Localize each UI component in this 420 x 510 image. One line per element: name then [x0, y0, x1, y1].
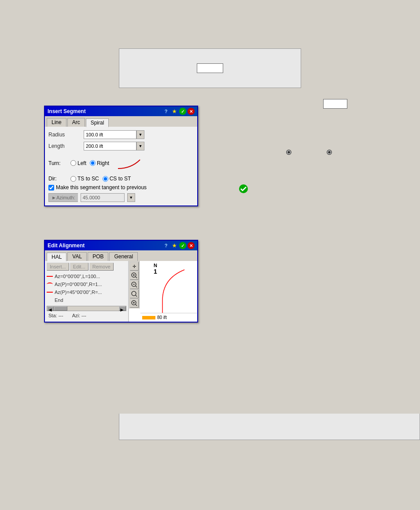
- edit-help-icon[interactable]: ?: [162, 242, 169, 249]
- titlebar-icons: ? ★ ✓ ✕: [162, 108, 195, 115]
- list-item-0[interactable]: Az=0°00'00",L=100...: [47, 272, 126, 280]
- turn-left-option[interactable]: Left: [70, 160, 86, 166]
- help-icon[interactable]: ?: [162, 108, 169, 115]
- bottom-panel: [119, 414, 420, 440]
- turn-left-label: Left: [77, 160, 86, 166]
- list-item-text-3: End: [55, 296, 63, 304]
- ts-to-sc-radio[interactable]: [70, 176, 76, 182]
- dir-options: TS to SC CS to ST: [70, 176, 131, 182]
- insert-segment-title: Insert Segment: [48, 108, 86, 114]
- make-tangent-label: Make this segment tangent to previous: [56, 184, 147, 191]
- length-input-group: ▼: [84, 142, 144, 150]
- edit-list: Az=0°00'00",L=100... Az(P)=0°00'00",R=1.…: [47, 272, 126, 304]
- length-label: Length: [48, 143, 84, 149]
- zoom-fit-btn[interactable]: [130, 290, 139, 298]
- scroll-left-btn[interactable]: ◄: [47, 306, 54, 311]
- legend-bar: [142, 316, 155, 319]
- length-row: Length ▼: [48, 142, 194, 150]
- radio-option-2[interactable]: [327, 150, 332, 155]
- azimuth-input[interactable]: [81, 193, 125, 202]
- list-item-1[interactable]: Az(P)=0°00'00",R=1...: [47, 280, 126, 288]
- cs-to-st-radio[interactable]: [103, 176, 108, 182]
- tab-arc[interactable]: Arc: [67, 118, 85, 127]
- list-item-text-2: Az(P)=45°00'00",R=...: [55, 288, 102, 296]
- turn-left-radio[interactable]: [70, 160, 76, 166]
- azimuth-dropdown-btn[interactable]: ▼: [127, 193, 135, 202]
- radius-input[interactable]: [84, 130, 136, 139]
- cs-to-st-label: CS to ST: [110, 176, 131, 182]
- turn-row: Turn: Left Right: [48, 153, 194, 173]
- turn-right-option[interactable]: Right: [90, 160, 109, 166]
- edit-scrollbar[interactable]: ◄ ►: [47, 306, 126, 311]
- insert-btn[interactable]: Insert...: [47, 263, 69, 271]
- tab-general[interactable]: General: [109, 252, 138, 261]
- favorites-icon[interactable]: ★: [171, 108, 178, 115]
- scroll-right-btn[interactable]: ►: [119, 306, 126, 311]
- insert-segment-body: Radius ▼ Length ▼ Turn: Left: [45, 127, 197, 205]
- dir-row: Dir: TS to SC CS to ST: [48, 176, 194, 182]
- radio-circle-1[interactable]: [286, 150, 291, 155]
- pan-tool-btn[interactable]: ✛: [130, 262, 139, 271]
- line-icon-0: [47, 276, 53, 277]
- svg-line-9: [136, 295, 137, 297]
- azimuth-label-btn[interactable]: ► Azimuth:: [48, 193, 78, 202]
- right-small-box[interactable]: [323, 99, 347, 109]
- map-legend: 80 ift: [140, 313, 197, 322]
- ok-icon[interactable]: ✓: [179, 108, 186, 115]
- turn-options: Left Right: [70, 160, 109, 166]
- top-panel-input-box[interactable]: [197, 63, 223, 73]
- tab-pob[interactable]: POB: [88, 252, 108, 261]
- make-tangent-checkbox[interactable]: [48, 185, 54, 191]
- tab-val[interactable]: VAL: [67, 252, 87, 261]
- line-icon-2: [47, 292, 53, 293]
- edit-favorites-icon[interactable]: ★: [171, 242, 178, 249]
- zoom-in-btn[interactable]: [130, 271, 139, 280]
- list-item-text-0: Az=0°00'00",L=100...: [55, 272, 100, 280]
- radio-circle-2[interactable]: [327, 150, 332, 155]
- edit-action-buttons: Insert... Edit... Remove: [47, 263, 126, 271]
- tab-spiral[interactable]: Spiral: [86, 118, 109, 127]
- radius-label: Radius: [48, 132, 84, 138]
- zoom-out-btn[interactable]: [130, 280, 139, 289]
- close-icon[interactable]: ✕: [188, 108, 195, 115]
- insert-segment-titlebar: Insert Segment ? ★ ✓ ✕: [45, 106, 197, 116]
- curve-preview: [114, 153, 144, 173]
- edit-left-panel: Insert... Edit... Remove Az=0°00'00",L=1…: [45, 261, 129, 322]
- right-radio-group: [286, 150, 332, 155]
- length-input[interactable]: [84, 142, 136, 150]
- right-green-check[interactable]: [239, 184, 248, 194]
- list-item-2[interactable]: Az(P)=45°00'00",R=...: [47, 288, 126, 296]
- cs-to-st-option[interactable]: CS to ST: [103, 176, 131, 182]
- zoom-window-btn[interactable]: [130, 299, 139, 308]
- svg-line-7: [136, 286, 137, 287]
- list-item-3: End: [47, 296, 126, 304]
- ts-to-sc-label: TS to SC: [77, 176, 99, 182]
- top-panel: [119, 48, 301, 88]
- radius-dropdown-btn[interactable]: ▼: [136, 130, 144, 139]
- edit-close-icon[interactable]: ✕: [188, 242, 195, 249]
- azimuth-row: ► Azimuth: ▼: [48, 193, 194, 202]
- scroll-track: [54, 306, 119, 311]
- make-tangent-row: Make this segment tangent to previous: [48, 184, 194, 191]
- tab-line[interactable]: Line: [47, 118, 66, 127]
- remove-btn[interactable]: Remove: [89, 263, 114, 271]
- tab-hal[interactable]: HAL: [47, 253, 66, 261]
- ts-to-sc-option[interactable]: TS to SC: [70, 176, 99, 182]
- edit-ok-icon[interactable]: ✓: [179, 242, 186, 249]
- radio-option-1[interactable]: [286, 150, 291, 155]
- turn-right-label: Right: [97, 160, 109, 166]
- turn-label: Turn:: [48, 160, 70, 166]
- edit-alignment-titlebar: Edit Alignment ? ★ ✓ ✕: [45, 241, 197, 250]
- azi-label: Azi: ---: [72, 313, 86, 318]
- edit-btn[interactable]: Edit...: [70, 263, 88, 271]
- scroll-thumb[interactable]: [54, 306, 67, 311]
- length-dropdown-btn[interactable]: ▼: [136, 142, 144, 150]
- insert-segment-dialog: Insert Segment ? ★ ✓ ✕ Line Arc Spiral R…: [44, 106, 198, 206]
- svg-line-4: [136, 277, 137, 278]
- arc-icon-1: [47, 283, 53, 286]
- turn-right-radio[interactable]: [90, 160, 96, 166]
- svg-point-8: [132, 291, 136, 296]
- dir-label: Dir:: [48, 176, 70, 182]
- edit-alignment-dialog: Edit Alignment ? ★ ✓ ✕ HAL VAL POB Gener…: [44, 240, 198, 323]
- map-content[interactable]: N 1: [140, 261, 197, 313]
